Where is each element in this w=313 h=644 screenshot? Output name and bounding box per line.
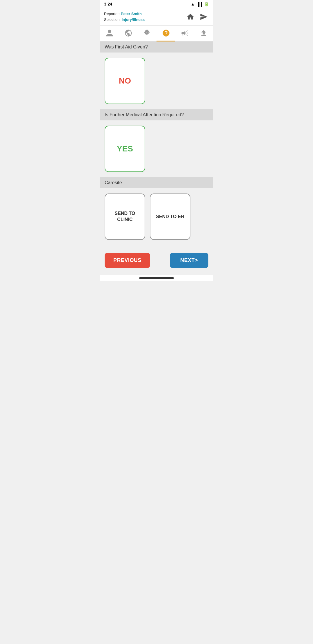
status-icons: ▲ ▐▐ 🔋 — [191, 2, 209, 6]
status-bar: 3:24 ▲ ▐▐ 🔋 — [100, 0, 213, 8]
tab-worker[interactable] — [138, 26, 156, 41]
tab-globe[interactable] — [119, 26, 138, 41]
send-button[interactable] — [199, 12, 209, 22]
tab-question[interactable] — [156, 26, 175, 41]
home-bar — [100, 275, 213, 281]
nav-tabs — [100, 26, 213, 41]
battery-icon: 🔋 — [204, 2, 209, 6]
home-indicator — [139, 277, 174, 279]
caresite-label: Caresite — [100, 177, 213, 188]
wifi-icon: ▲ — [191, 2, 195, 6]
previous-button[interactable]: PREVIOUS — [105, 253, 150, 268]
content: Was First Aid Given? NO Is Further Medic… — [100, 41, 213, 245]
header-icons — [185, 12, 209, 22]
selection-row: Selection: Injury/Illness — [104, 17, 145, 23]
first-aid-options: NO — [100, 53, 213, 109]
next-button[interactable]: NEXT> — [170, 253, 208, 268]
first-aid-label: Was First Aid Given? — [100, 41, 213, 53]
signal-icon: ▐▐ — [196, 2, 202, 6]
yes-button[interactable]: YES — [105, 126, 145, 172]
send-to-clinic-button[interactable]: SEND TO CLINIC — [105, 193, 145, 240]
selection-label: Selection: — [104, 17, 122, 22]
header-info: Reporter: Peter Smith Selection: Injury/… — [104, 11, 145, 22]
medical-attention-options: YES — [100, 120, 213, 177]
time: 3:24 — [104, 2, 112, 6]
header: Reporter: Peter Smith Selection: Injury/… — [100, 8, 213, 26]
reporter-name: Peter Smith — [121, 12, 142, 16]
selection-value: Injury/Illness — [122, 17, 145, 22]
reporter-row: Reporter: Peter Smith — [104, 11, 145, 17]
reporter-label: Reporter: — [104, 12, 121, 16]
no-button[interactable]: NO — [105, 58, 145, 104]
send-to-er-button[interactable]: SEND TO ER — [150, 193, 190, 240]
tab-person[interactable] — [100, 26, 119, 41]
home-button[interactable] — [185, 12, 196, 22]
tab-megaphone[interactable] — [175, 26, 194, 41]
footer-buttons: PREVIOUS NEXT> — [100, 248, 213, 275]
caresite-options: SEND TO CLINIC SEND TO ER — [100, 188, 213, 245]
medical-attention-label: Is Further Medical Attention Required? — [100, 109, 213, 120]
tab-upload[interactable] — [194, 26, 213, 41]
